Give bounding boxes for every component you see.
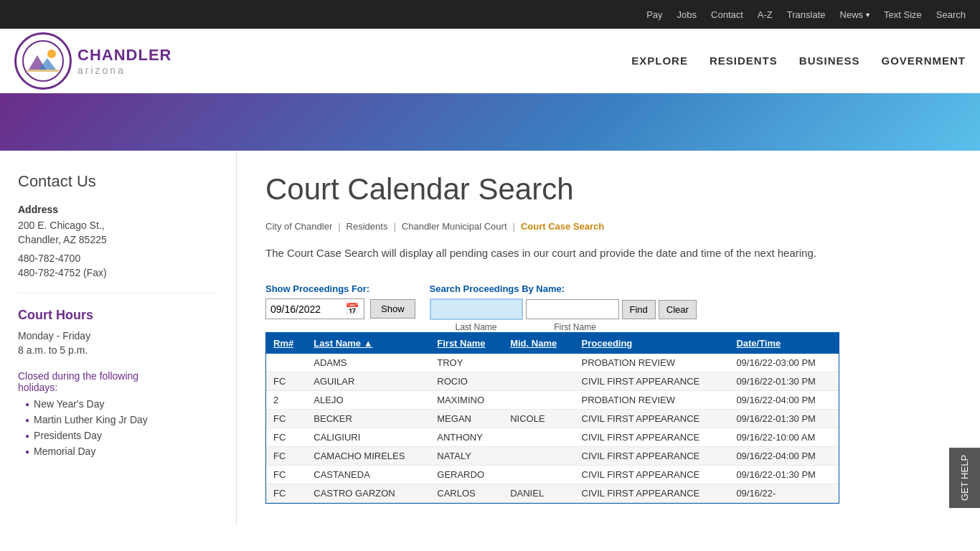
- main-content: Court Calendar Search City of Chandler |…: [237, 151, 980, 525]
- cell-first: MEGAN: [430, 410, 503, 428]
- cell-rm: FC: [266, 410, 306, 428]
- address-label: Address: [18, 204, 218, 215]
- nav-explore[interactable]: EXPLORE: [631, 55, 688, 67]
- utility-contact[interactable]: Contact: [711, 9, 743, 20]
- col-rm: Rm#: [266, 333, 306, 354]
- nav-residents[interactable]: RESIDENTS: [710, 55, 778, 67]
- col-datetime-link[interactable]: Date/Time: [736, 338, 781, 349]
- cell-mid: [503, 391, 574, 410]
- table-row: FC CALIGIURI ANTHONY CIVIL FIRST APPEARA…: [266, 428, 839, 447]
- main-nav: CHANDLER arizona EXPLORE RESIDENTS BUSIN…: [0, 29, 980, 93]
- cell-datetime: 09/16/22-01:30 PM: [729, 410, 839, 428]
- cell-last: CAMACHO MIRELES: [306, 447, 430, 466]
- table-row: 2 ALEJO MAXIMINO PROBATION REVIEW 09/16/…: [266, 391, 839, 410]
- logo-area[interactable]: CHANDLER arizona: [14, 32, 171, 90]
- nav-government[interactable]: GOVERNMENT: [881, 55, 966, 67]
- cell-datetime: 09/16/22-: [729, 484, 839, 503]
- last-name-input[interactable]: [430, 298, 523, 320]
- breadcrumb-sep2: |: [393, 221, 395, 232]
- svg-point-3: [47, 50, 56, 58]
- cell-last: CASTANEDA: [306, 466, 430, 484]
- col-last: Last Name ▲: [306, 333, 430, 354]
- cell-proceeding: PROBATION REVIEW: [575, 391, 730, 410]
- utility-news-link[interactable]: News: [840, 9, 864, 20]
- holidays-text-prefix: Closed during the following: [18, 370, 138, 382]
- clear-button[interactable]: Clear: [659, 300, 697, 319]
- search-by-name-section: Search Proceedings By Name: Find Clear L…: [430, 283, 697, 332]
- cell-rm: [266, 354, 306, 372]
- search-area: Show Proceedings For: 📅 Show Search Proc…: [265, 283, 839, 504]
- cell-mid: [503, 372, 574, 391]
- sidebar-divider: [18, 293, 218, 293]
- utility-translate[interactable]: Translate: [787, 9, 826, 20]
- search-by-name-label: Search Proceedings By Name:: [430, 283, 697, 294]
- proceedings-section: Show Proceedings For: 📅 Show: [265, 283, 415, 319]
- col-datetime: Date/Time: [729, 333, 839, 354]
- first-name-input[interactable]: [526, 299, 619, 319]
- col-mid-link[interactable]: Mid. Name: [510, 338, 557, 349]
- utility-pay[interactable]: Pay: [646, 9, 662, 20]
- breadcrumb: City of Chandler | Residents | Chandler …: [265, 221, 951, 232]
- calendar-icon[interactable]: 📅: [345, 302, 359, 316]
- hours-line1: Monday - Friday: [18, 330, 218, 342]
- phone1: 480-782-4700: [18, 253, 218, 264]
- name-labels-row: Last Name First Name: [430, 322, 697, 332]
- utility-text-size[interactable]: Text Size: [884, 9, 922, 20]
- cell-proceeding: CIVIL FIRST APPEARANCE: [575, 428, 730, 447]
- table-row: FC CASTANEDA GERARDO CIVIL FIRST APPEARA…: [266, 466, 839, 484]
- sidebar: Contact Us Address 200 E. Chicago St., C…: [0, 151, 237, 525]
- table-header-row: Rm# Last Name ▲ First Name Mid. Name Pro…: [266, 333, 839, 354]
- first-name-label: First Name: [529, 322, 622, 332]
- utility-search[interactable]: Search: [936, 9, 966, 20]
- cell-last: CASTRO GARZON: [306, 484, 430, 503]
- cell-proceeding: CIVIL FIRST APPEARANCE: [575, 466, 730, 484]
- cell-rm: FC: [266, 428, 306, 447]
- table-body: ADAMS TROY PROBATION REVIEW 09/16/22-03:…: [266, 354, 839, 503]
- main-nav-links: EXPLORE RESIDENTS BUSINESS GOVERNMENT: [631, 55, 966, 67]
- cell-datetime: 09/16/22-10:00 AM: [729, 428, 839, 447]
- get-help-button[interactable]: GET HELP: [949, 448, 980, 508]
- show-button[interactable]: Show: [370, 299, 415, 319]
- table-row: ADAMS TROY PROBATION REVIEW 09/16/22-03:…: [266, 354, 839, 372]
- breadcrumb-residents[interactable]: Residents: [347, 221, 388, 232]
- cell-mid: NICOLE: [503, 410, 574, 428]
- breadcrumb-home[interactable]: City of Chandler: [265, 221, 332, 232]
- cell-last: AGUILAR: [306, 372, 430, 391]
- col-proceeding-link[interactable]: Proceeding: [582, 338, 633, 349]
- logo-svg: [22, 39, 65, 83]
- utility-jobs[interactable]: Jobs: [677, 9, 697, 20]
- phone2: 480-782-4752 (Fax): [18, 267, 218, 278]
- proceedings-date-wrapper: 📅: [265, 298, 364, 319]
- cell-proceeding: CIVIL FIRST APPEARANCE: [575, 447, 730, 466]
- cell-last: ADAMS: [306, 354, 430, 372]
- cell-last: BECKER: [306, 410, 430, 428]
- holidays-text: Closed during the following holidays:: [18, 370, 218, 393]
- hours-line2: 8 a.m. to 5 p.m.: [18, 344, 218, 356]
- cell-first: NATALY: [430, 447, 503, 466]
- cell-datetime: 09/16/22-01:30 PM: [729, 372, 839, 391]
- col-first-link[interactable]: First Name: [437, 338, 485, 349]
- date-input[interactable]: [270, 303, 342, 315]
- breadcrumb-sep1: |: [338, 221, 340, 232]
- utility-news[interactable]: News ▾: [840, 9, 870, 20]
- holidays-text-suffix: holidays:: [18, 382, 57, 393]
- table-wrapper: Rm# Last Name ▲ First Name Mid. Name Pro…: [265, 332, 839, 504]
- cell-mid: [503, 354, 574, 372]
- col-rm-link[interactable]: Rm#: [273, 338, 293, 349]
- nav-business[interactable]: BUSINESS: [799, 55, 860, 67]
- find-button[interactable]: Find: [622, 300, 656, 319]
- utility-az[interactable]: A-Z: [758, 9, 773, 20]
- cell-datetime: 09/16/22-01:30 PM: [729, 466, 839, 484]
- content-wrapper: Contact Us Address 200 E. Chicago St., C…: [0, 151, 980, 525]
- table-row: FC BECKER MEGAN NICOLE CIVIL FIRST APPEA…: [266, 410, 839, 428]
- col-last-link[interactable]: Last Name ▲: [314, 338, 372, 349]
- breadcrumb-court[interactable]: Chandler Municipal Court: [402, 221, 507, 232]
- cell-mid: DANIEL: [503, 484, 574, 503]
- col-proceeding: Proceeding: [575, 333, 730, 354]
- cell-rm: FC: [266, 447, 306, 466]
- table-row: FC CASTRO GARZON CARLOS DANIEL CIVIL FIR…: [266, 484, 839, 503]
- list-item: Martin Luther King Jr Day: [25, 412, 218, 428]
- svg-rect-4: [27, 70, 59, 72]
- contact-title: Contact Us: [18, 172, 218, 191]
- logo-arizona-text: arizona: [77, 65, 171, 76]
